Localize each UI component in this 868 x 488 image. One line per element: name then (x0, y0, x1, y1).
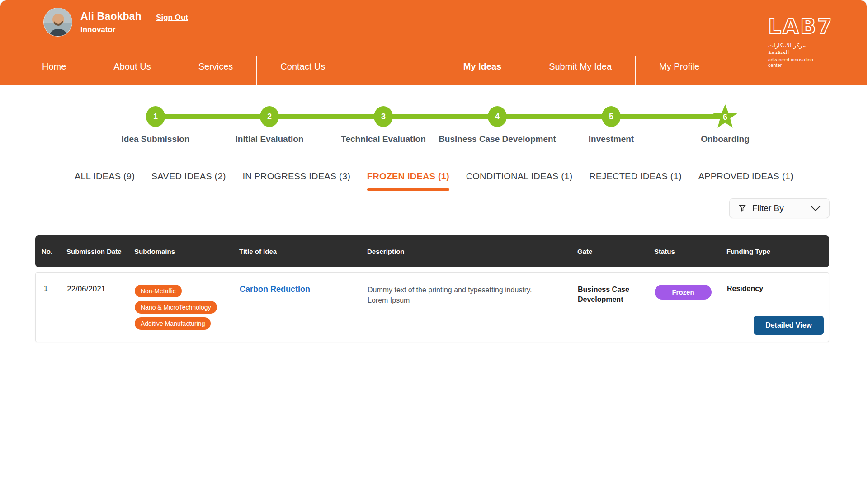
filter-funnel-icon (738, 204, 747, 213)
subdomain-tag: Additive Manufacturing (135, 317, 211, 330)
tab-approved-ideas[interactable]: APPROVED IDEAS (1) (698, 171, 793, 190)
page-frame: Ali Baokbah Sign Out Innovator Home Abou… (0, 0, 867, 487)
subdomain-tag: Non-Metallic (135, 285, 182, 297)
step-technical-evaluation: 3 Technical Evaluation (326, 106, 440, 144)
app-header: Ali Baokbah Sign Out Innovator Home Abou… (0, 0, 867, 85)
user-role: Innovator (80, 25, 188, 34)
step-6-star-icon: 6 (712, 104, 738, 129)
ideas-table: No. Submission Date Subdomains Title of … (35, 235, 829, 342)
table-row: 1 22/06/2021 Non-Metallic Nano & MicroTe… (35, 272, 829, 342)
row-subdomains: Non-Metallic Nano & MicroTechnology Addi… (135, 285, 240, 333)
user-block: Ali Baokbah Sign Out Innovator (80, 10, 188, 34)
col-subdomains: Subdomains (134, 248, 239, 255)
tabs-bar: ALL IDEAS (9) SAVED IDEAS (2) IN PROGRES… (19, 171, 848, 190)
nav-right-group: My Ideas Submit My Idea My Profile (440, 56, 723, 85)
subdomain-tag: Nano & MicroTechnology (135, 301, 217, 314)
row-number: 1 (42, 285, 67, 333)
avatar-photo (44, 8, 72, 37)
col-funding-type: Funding Type (726, 248, 829, 255)
step-5-circle: 5 (602, 106, 621, 127)
progress-stepper: 1 Idea Submission 2 Initial Evaluation 3… (99, 106, 782, 144)
row-gate: Business Case Development (578, 285, 637, 333)
lab7-logo-arabic: مركز الابتكارات المتقدمة (768, 42, 828, 56)
nav-item-contact-us[interactable]: Contact Us (257, 61, 349, 85)
detailed-view-button[interactable]: Detailed View (754, 316, 824, 335)
main-nav: Home About Us Services Contact Us My Ide… (0, 44, 867, 85)
step-onboarding: 6 Onboarding (668, 106, 782, 144)
tab-frozen-ideas[interactable]: FROZEN IDEAS (1) (367, 171, 449, 190)
status-badge-frozen: Frozen (655, 285, 712, 300)
col-description: Description (367, 248, 577, 255)
tab-all-ideas[interactable]: ALL IDEAS (9) (75, 171, 135, 190)
col-submission-date: Submission Date (66, 248, 134, 255)
col-status: Status (654, 248, 726, 255)
filter-by-dropdown[interactable]: Filter By (729, 198, 830, 218)
tab-saved-ideas[interactable]: SAVED IDEAS (2) (151, 171, 226, 190)
step-4-circle: 4 (488, 106, 507, 127)
lab7-logo: LAB7 مركز الابتكارات المتقدمة advanced i… (768, 16, 828, 68)
tab-rejected-ideas[interactable]: REJECTED IDEAS (1) (589, 171, 682, 190)
sign-out-link[interactable]: Sign Out (156, 13, 188, 22)
lab7-logo-text: LAB7 (768, 16, 828, 37)
chevron-down-icon (810, 205, 821, 211)
table-header: No. Submission Date Subdomains Title of … (35, 235, 829, 267)
nav-item-home[interactable]: Home (19, 61, 90, 85)
step-business-case-development: 4 Business Case Development (440, 106, 554, 144)
step-3-circle: 3 (374, 106, 393, 127)
nav-item-about-us[interactable]: About Us (90, 61, 174, 85)
nav-item-my-ideas[interactable]: My Ideas (440, 61, 525, 85)
nav-item-services[interactable]: Services (175, 61, 257, 85)
tab-conditional-ideas[interactable]: CONDITIONAL IDEAS (1) (466, 171, 573, 190)
avatar[interactable] (43, 8, 72, 37)
col-no: No. (42, 248, 66, 255)
idea-title-link[interactable]: Carbon Reduction (240, 285, 368, 333)
lab7-logo-subtitle: advanced innovation center (768, 57, 828, 68)
user-name: Ali Baokbah (80, 10, 142, 23)
step-2-circle: 2 (260, 106, 279, 127)
col-gate: Gate (577, 248, 654, 255)
filter-by-label: Filter By (752, 203, 784, 213)
step-idea-submission: 1 Idea Submission (99, 106, 212, 144)
nav-item-submit-my-idea[interactable]: Submit My Idea (525, 61, 635, 85)
filter-row: Filter By (0, 198, 830, 218)
tab-in-progress-ideas[interactable]: IN PROGRESS IDEAS (3) (242, 171, 350, 190)
step-initial-evaluation: 2 Initial Evaluation (212, 106, 326, 144)
step-investment: 5 Investment (554, 106, 668, 144)
row-description: Dummy text of the printing and typesetti… (368, 285, 578, 333)
header-top: Ali Baokbah Sign Out Innovator (0, 0, 867, 44)
step-1-circle: 1 (146, 106, 165, 127)
nav-item-my-profile[interactable]: My Profile (636, 61, 723, 85)
row-status: Frozen (655, 285, 727, 333)
row-submission-date: 22/06/2021 (67, 285, 135, 333)
col-title-of-idea: Title of Idea (239, 248, 367, 255)
